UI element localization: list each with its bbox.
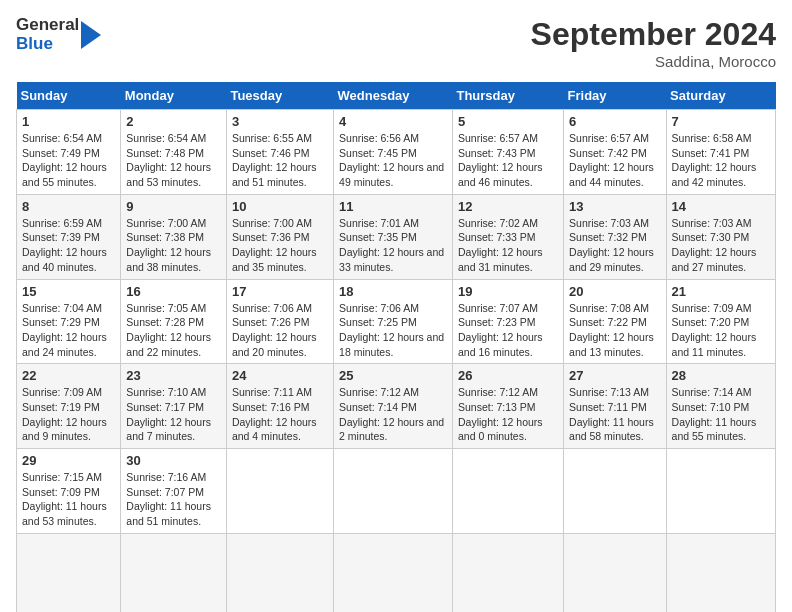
day-info: Sunrise: 7:14 AM Sunset: 7:10 PM Dayligh… bbox=[672, 385, 770, 444]
logo-text-blue: Blue bbox=[16, 35, 79, 54]
calendar-cell: 9 Sunrise: 7:00 AM Sunset: 7:38 PM Dayli… bbox=[121, 194, 227, 279]
day-number: 27 bbox=[569, 368, 661, 383]
day-info: Sunrise: 7:09 AM Sunset: 7:19 PM Dayligh… bbox=[22, 385, 115, 444]
day-info: Sunrise: 6:55 AM Sunset: 7:46 PM Dayligh… bbox=[232, 131, 328, 190]
day-info: Sunrise: 7:10 AM Sunset: 7:17 PM Dayligh… bbox=[126, 385, 221, 444]
calendar-cell: 29 Sunrise: 7:15 AM Sunset: 7:09 PM Dayl… bbox=[17, 449, 121, 534]
calendar-cell: 5 Sunrise: 6:57 AM Sunset: 7:43 PM Dayli… bbox=[452, 110, 563, 195]
day-number: 21 bbox=[672, 284, 770, 299]
day-info: Sunrise: 7:03 AM Sunset: 7:30 PM Dayligh… bbox=[672, 216, 770, 275]
calendar-cell bbox=[666, 533, 775, 612]
day-number: 25 bbox=[339, 368, 447, 383]
calendar-cell bbox=[452, 533, 563, 612]
day-number: 23 bbox=[126, 368, 221, 383]
calendar-cell: 3 Sunrise: 6:55 AM Sunset: 7:46 PM Dayli… bbox=[226, 110, 333, 195]
day-number: 16 bbox=[126, 284, 221, 299]
calendar-cell: 4 Sunrise: 6:56 AM Sunset: 7:45 PM Dayli… bbox=[334, 110, 453, 195]
day-number: 26 bbox=[458, 368, 558, 383]
calendar-cell bbox=[564, 533, 667, 612]
calendar-cell bbox=[452, 449, 563, 534]
day-info: Sunrise: 7:12 AM Sunset: 7:13 PM Dayligh… bbox=[458, 385, 558, 444]
day-number: 8 bbox=[22, 199, 115, 214]
header: General Blue September 2024 Saddina, Mor… bbox=[16, 16, 776, 70]
calendar-cell: 10 Sunrise: 7:00 AM Sunset: 7:36 PM Dayl… bbox=[226, 194, 333, 279]
day-number: 7 bbox=[672, 114, 770, 129]
day-number: 6 bbox=[569, 114, 661, 129]
calendar-cell: 25 Sunrise: 7:12 AM Sunset: 7:14 PM Dayl… bbox=[334, 364, 453, 449]
calendar-cell: 15 Sunrise: 7:04 AM Sunset: 7:29 PM Dayl… bbox=[17, 279, 121, 364]
calendar-cell: 1 Sunrise: 6:54 AM Sunset: 7:49 PM Dayli… bbox=[17, 110, 121, 195]
calendar-row: 29 Sunrise: 7:15 AM Sunset: 7:09 PM Dayl… bbox=[17, 449, 776, 534]
calendar-cell: 22 Sunrise: 7:09 AM Sunset: 7:19 PM Dayl… bbox=[17, 364, 121, 449]
day-number: 9 bbox=[126, 199, 221, 214]
day-number: 11 bbox=[339, 199, 447, 214]
day-number: 24 bbox=[232, 368, 328, 383]
col-monday: Monday bbox=[121, 82, 227, 110]
day-info: Sunrise: 7:15 AM Sunset: 7:09 PM Dayligh… bbox=[22, 470, 115, 529]
day-number: 19 bbox=[458, 284, 558, 299]
day-number: 10 bbox=[232, 199, 328, 214]
day-number: 18 bbox=[339, 284, 447, 299]
calendar-cell: 8 Sunrise: 6:59 AM Sunset: 7:39 PM Dayli… bbox=[17, 194, 121, 279]
day-number: 4 bbox=[339, 114, 447, 129]
calendar-cell bbox=[121, 533, 227, 612]
day-info: Sunrise: 6:57 AM Sunset: 7:43 PM Dayligh… bbox=[458, 131, 558, 190]
svg-marker-0 bbox=[81, 21, 101, 49]
calendar-cell: 18 Sunrise: 7:06 AM Sunset: 7:25 PM Dayl… bbox=[334, 279, 453, 364]
calendar-row: 8 Sunrise: 6:59 AM Sunset: 7:39 PM Dayli… bbox=[17, 194, 776, 279]
day-number: 2 bbox=[126, 114, 221, 129]
calendar-cell bbox=[334, 533, 453, 612]
calendar-cell bbox=[334, 449, 453, 534]
day-info: Sunrise: 7:05 AM Sunset: 7:28 PM Dayligh… bbox=[126, 301, 221, 360]
day-info: Sunrise: 6:56 AM Sunset: 7:45 PM Dayligh… bbox=[339, 131, 447, 190]
day-info: Sunrise: 7:00 AM Sunset: 7:36 PM Dayligh… bbox=[232, 216, 328, 275]
day-number: 15 bbox=[22, 284, 115, 299]
day-info: Sunrise: 7:01 AM Sunset: 7:35 PM Dayligh… bbox=[339, 216, 447, 275]
day-info: Sunrise: 7:12 AM Sunset: 7:14 PM Dayligh… bbox=[339, 385, 447, 444]
calendar-cell bbox=[17, 533, 121, 612]
day-info: Sunrise: 6:58 AM Sunset: 7:41 PM Dayligh… bbox=[672, 131, 770, 190]
logo-text-general: General bbox=[16, 16, 79, 35]
calendar-row bbox=[17, 533, 776, 612]
calendar-cell: 19 Sunrise: 7:07 AM Sunset: 7:23 PM Dayl… bbox=[452, 279, 563, 364]
logo-arrow-icon bbox=[81, 17, 101, 53]
calendar-cell bbox=[666, 449, 775, 534]
calendar-subtitle: Saddina, Morocco bbox=[531, 53, 776, 70]
day-info: Sunrise: 6:59 AM Sunset: 7:39 PM Dayligh… bbox=[22, 216, 115, 275]
day-info: Sunrise: 7:08 AM Sunset: 7:22 PM Dayligh… bbox=[569, 301, 661, 360]
day-number: 20 bbox=[569, 284, 661, 299]
calendar-cell bbox=[226, 533, 333, 612]
calendar-cell: 7 Sunrise: 6:58 AM Sunset: 7:41 PM Dayli… bbox=[666, 110, 775, 195]
calendar-cell: 14 Sunrise: 7:03 AM Sunset: 7:30 PM Dayl… bbox=[666, 194, 775, 279]
title-section: September 2024 Saddina, Morocco bbox=[531, 16, 776, 70]
calendar-cell: 26 Sunrise: 7:12 AM Sunset: 7:13 PM Dayl… bbox=[452, 364, 563, 449]
day-number: 1 bbox=[22, 114, 115, 129]
calendar-cell: 24 Sunrise: 7:11 AM Sunset: 7:16 PM Dayl… bbox=[226, 364, 333, 449]
calendar-cell: 6 Sunrise: 6:57 AM Sunset: 7:42 PM Dayli… bbox=[564, 110, 667, 195]
calendar-cell: 2 Sunrise: 6:54 AM Sunset: 7:48 PM Dayli… bbox=[121, 110, 227, 195]
day-info: Sunrise: 7:11 AM Sunset: 7:16 PM Dayligh… bbox=[232, 385, 328, 444]
day-number: 30 bbox=[126, 453, 221, 468]
col-friday: Friday bbox=[564, 82, 667, 110]
col-saturday: Saturday bbox=[666, 82, 775, 110]
calendar-cell: 21 Sunrise: 7:09 AM Sunset: 7:20 PM Dayl… bbox=[666, 279, 775, 364]
day-number: 5 bbox=[458, 114, 558, 129]
calendar-cell: 23 Sunrise: 7:10 AM Sunset: 7:17 PM Dayl… bbox=[121, 364, 227, 449]
calendar-cell bbox=[226, 449, 333, 534]
day-number: 29 bbox=[22, 453, 115, 468]
day-info: Sunrise: 6:57 AM Sunset: 7:42 PM Dayligh… bbox=[569, 131, 661, 190]
col-tuesday: Tuesday bbox=[226, 82, 333, 110]
day-info: Sunrise: 7:16 AM Sunset: 7:07 PM Dayligh… bbox=[126, 470, 221, 529]
day-info: Sunrise: 7:09 AM Sunset: 7:20 PM Dayligh… bbox=[672, 301, 770, 360]
day-number: 28 bbox=[672, 368, 770, 383]
calendar-cell: 27 Sunrise: 7:13 AM Sunset: 7:11 PM Dayl… bbox=[564, 364, 667, 449]
calendar-row: 22 Sunrise: 7:09 AM Sunset: 7:19 PM Dayl… bbox=[17, 364, 776, 449]
calendar-cell: 28 Sunrise: 7:14 AM Sunset: 7:10 PM Dayl… bbox=[666, 364, 775, 449]
day-info: Sunrise: 6:54 AM Sunset: 7:49 PM Dayligh… bbox=[22, 131, 115, 190]
calendar-cell: 16 Sunrise: 7:05 AM Sunset: 7:28 PM Dayl… bbox=[121, 279, 227, 364]
day-info: Sunrise: 7:06 AM Sunset: 7:25 PM Dayligh… bbox=[339, 301, 447, 360]
col-wednesday: Wednesday bbox=[334, 82, 453, 110]
calendar-cell: 20 Sunrise: 7:08 AM Sunset: 7:22 PM Dayl… bbox=[564, 279, 667, 364]
calendar-row: 1 Sunrise: 6:54 AM Sunset: 7:49 PM Dayli… bbox=[17, 110, 776, 195]
day-info: Sunrise: 7:03 AM Sunset: 7:32 PM Dayligh… bbox=[569, 216, 661, 275]
